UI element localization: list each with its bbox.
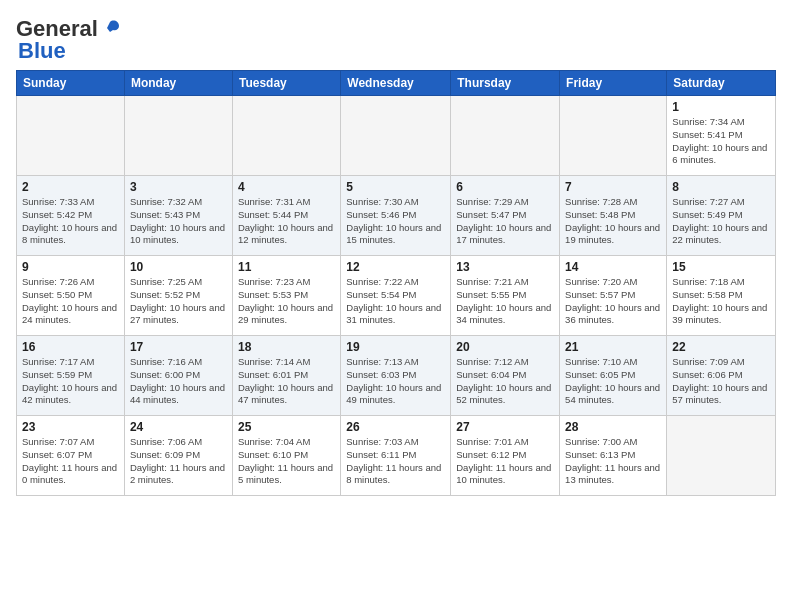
calendar-week-row: 2Sunrise: 7:33 AM Sunset: 5:42 PM Daylig… [17, 176, 776, 256]
day-info: Sunrise: 7:07 AM Sunset: 6:07 PM Dayligh… [22, 436, 119, 487]
day-number: 2 [22, 180, 119, 194]
day-info: Sunrise: 7:00 AM Sunset: 6:13 PM Dayligh… [565, 436, 661, 487]
day-header-wednesday: Wednesday [341, 71, 451, 96]
day-info: Sunrise: 7:26 AM Sunset: 5:50 PM Dayligh… [22, 276, 119, 327]
day-number: 9 [22, 260, 119, 274]
day-info: Sunrise: 7:13 AM Sunset: 6:03 PM Dayligh… [346, 356, 445, 407]
day-info: Sunrise: 7:29 AM Sunset: 5:47 PM Dayligh… [456, 196, 554, 247]
calendar-day-cell: 9Sunrise: 7:26 AM Sunset: 5:50 PM Daylig… [17, 256, 125, 336]
day-number: 22 [672, 340, 770, 354]
calendar-day-cell: 28Sunrise: 7:00 AM Sunset: 6:13 PM Dayli… [560, 416, 667, 496]
calendar-day-cell [667, 416, 776, 496]
day-header-friday: Friday [560, 71, 667, 96]
day-number: 10 [130, 260, 227, 274]
day-info: Sunrise: 7:20 AM Sunset: 5:57 PM Dayligh… [565, 276, 661, 327]
day-info: Sunrise: 7:04 AM Sunset: 6:10 PM Dayligh… [238, 436, 335, 487]
calendar-day-cell: 15Sunrise: 7:18 AM Sunset: 5:58 PM Dayli… [667, 256, 776, 336]
day-info: Sunrise: 7:03 AM Sunset: 6:11 PM Dayligh… [346, 436, 445, 487]
day-number: 19 [346, 340, 445, 354]
day-number: 23 [22, 420, 119, 434]
day-info: Sunrise: 7:12 AM Sunset: 6:04 PM Dayligh… [456, 356, 554, 407]
calendar-day-cell: 24Sunrise: 7:06 AM Sunset: 6:09 PM Dayli… [124, 416, 232, 496]
calendar-day-cell [560, 96, 667, 176]
day-header-tuesday: Tuesday [232, 71, 340, 96]
day-number: 27 [456, 420, 554, 434]
calendar-day-cell: 10Sunrise: 7:25 AM Sunset: 5:52 PM Dayli… [124, 256, 232, 336]
day-number: 21 [565, 340, 661, 354]
calendar-week-row: 1Sunrise: 7:34 AM Sunset: 5:41 PM Daylig… [17, 96, 776, 176]
day-info: Sunrise: 7:27 AM Sunset: 5:49 PM Dayligh… [672, 196, 770, 247]
day-number: 11 [238, 260, 335, 274]
calendar: SundayMondayTuesdayWednesdayThursdayFrid… [16, 70, 776, 496]
day-info: Sunrise: 7:28 AM Sunset: 5:48 PM Dayligh… [565, 196, 661, 247]
day-info: Sunrise: 7:22 AM Sunset: 5:54 PM Dayligh… [346, 276, 445, 327]
day-info: Sunrise: 7:25 AM Sunset: 5:52 PM Dayligh… [130, 276, 227, 327]
calendar-day-cell: 19Sunrise: 7:13 AM Sunset: 6:03 PM Dayli… [341, 336, 451, 416]
logo-bird-icon [99, 18, 121, 40]
calendar-day-cell: 1Sunrise: 7:34 AM Sunset: 5:41 PM Daylig… [667, 96, 776, 176]
logo-blue-text: Blue [18, 38, 66, 64]
day-number: 28 [565, 420, 661, 434]
calendar-day-cell: 18Sunrise: 7:14 AM Sunset: 6:01 PM Dayli… [232, 336, 340, 416]
day-number: 17 [130, 340, 227, 354]
calendar-day-cell: 25Sunrise: 7:04 AM Sunset: 6:10 PM Dayli… [232, 416, 340, 496]
calendar-day-cell [232, 96, 340, 176]
day-info: Sunrise: 7:31 AM Sunset: 5:44 PM Dayligh… [238, 196, 335, 247]
calendar-week-row: 16Sunrise: 7:17 AM Sunset: 5:59 PM Dayli… [17, 336, 776, 416]
day-header-monday: Monday [124, 71, 232, 96]
day-number: 26 [346, 420, 445, 434]
day-info: Sunrise: 7:30 AM Sunset: 5:46 PM Dayligh… [346, 196, 445, 247]
day-number: 20 [456, 340, 554, 354]
day-number: 1 [672, 100, 770, 114]
day-number: 3 [130, 180, 227, 194]
day-number: 8 [672, 180, 770, 194]
day-info: Sunrise: 7:34 AM Sunset: 5:41 PM Dayligh… [672, 116, 770, 167]
day-info: Sunrise: 7:14 AM Sunset: 6:01 PM Dayligh… [238, 356, 335, 407]
calendar-day-cell: 5Sunrise: 7:30 AM Sunset: 5:46 PM Daylig… [341, 176, 451, 256]
calendar-day-cell [124, 96, 232, 176]
calendar-day-cell: 22Sunrise: 7:09 AM Sunset: 6:06 PM Dayli… [667, 336, 776, 416]
day-number: 7 [565, 180, 661, 194]
day-number: 5 [346, 180, 445, 194]
calendar-day-cell: 8Sunrise: 7:27 AM Sunset: 5:49 PM Daylig… [667, 176, 776, 256]
logo: General Blue [16, 16, 122, 64]
calendar-day-cell: 4Sunrise: 7:31 AM Sunset: 5:44 PM Daylig… [232, 176, 340, 256]
calendar-day-cell [17, 96, 125, 176]
day-number: 6 [456, 180, 554, 194]
day-info: Sunrise: 7:09 AM Sunset: 6:06 PM Dayligh… [672, 356, 770, 407]
calendar-day-cell: 27Sunrise: 7:01 AM Sunset: 6:12 PM Dayli… [451, 416, 560, 496]
calendar-header-row: SundayMondayTuesdayWednesdayThursdayFrid… [17, 71, 776, 96]
calendar-day-cell [451, 96, 560, 176]
calendar-week-row: 23Sunrise: 7:07 AM Sunset: 6:07 PM Dayli… [17, 416, 776, 496]
day-info: Sunrise: 7:18 AM Sunset: 5:58 PM Dayligh… [672, 276, 770, 327]
day-info: Sunrise: 7:17 AM Sunset: 5:59 PM Dayligh… [22, 356, 119, 407]
day-number: 25 [238, 420, 335, 434]
calendar-day-cell: 2Sunrise: 7:33 AM Sunset: 5:42 PM Daylig… [17, 176, 125, 256]
calendar-day-cell: 12Sunrise: 7:22 AM Sunset: 5:54 PM Dayli… [341, 256, 451, 336]
calendar-day-cell: 11Sunrise: 7:23 AM Sunset: 5:53 PM Dayli… [232, 256, 340, 336]
day-number: 4 [238, 180, 335, 194]
day-number: 15 [672, 260, 770, 274]
day-number: 12 [346, 260, 445, 274]
day-number: 24 [130, 420, 227, 434]
calendar-day-cell: 14Sunrise: 7:20 AM Sunset: 5:57 PM Dayli… [560, 256, 667, 336]
calendar-day-cell: 26Sunrise: 7:03 AM Sunset: 6:11 PM Dayli… [341, 416, 451, 496]
day-info: Sunrise: 7:01 AM Sunset: 6:12 PM Dayligh… [456, 436, 554, 487]
day-info: Sunrise: 7:10 AM Sunset: 6:05 PM Dayligh… [565, 356, 661, 407]
day-info: Sunrise: 7:16 AM Sunset: 6:00 PM Dayligh… [130, 356, 227, 407]
day-info: Sunrise: 7:21 AM Sunset: 5:55 PM Dayligh… [456, 276, 554, 327]
calendar-day-cell: 13Sunrise: 7:21 AM Sunset: 5:55 PM Dayli… [451, 256, 560, 336]
calendar-week-row: 9Sunrise: 7:26 AM Sunset: 5:50 PM Daylig… [17, 256, 776, 336]
calendar-day-cell: 21Sunrise: 7:10 AM Sunset: 6:05 PM Dayli… [560, 336, 667, 416]
calendar-day-cell: 23Sunrise: 7:07 AM Sunset: 6:07 PM Dayli… [17, 416, 125, 496]
day-info: Sunrise: 7:32 AM Sunset: 5:43 PM Dayligh… [130, 196, 227, 247]
day-number: 13 [456, 260, 554, 274]
day-number: 16 [22, 340, 119, 354]
calendar-day-cell [341, 96, 451, 176]
calendar-day-cell: 7Sunrise: 7:28 AM Sunset: 5:48 PM Daylig… [560, 176, 667, 256]
header: General Blue [16, 16, 776, 64]
calendar-day-cell: 20Sunrise: 7:12 AM Sunset: 6:04 PM Dayli… [451, 336, 560, 416]
day-number: 14 [565, 260, 661, 274]
calendar-day-cell: 3Sunrise: 7:32 AM Sunset: 5:43 PM Daylig… [124, 176, 232, 256]
calendar-day-cell: 16Sunrise: 7:17 AM Sunset: 5:59 PM Dayli… [17, 336, 125, 416]
